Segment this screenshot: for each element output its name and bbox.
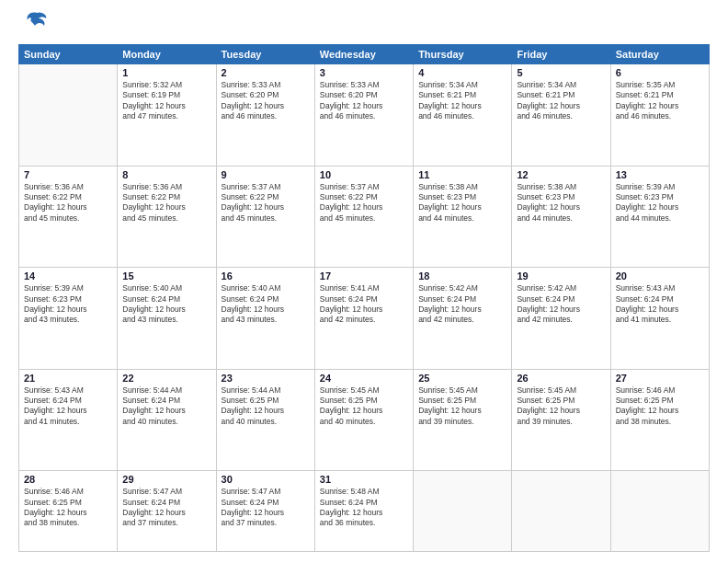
calendar-table: SundayMondayTuesdayWednesdayThursdayFrid… bbox=[18, 44, 710, 552]
day-number: 10 bbox=[320, 169, 408, 180]
day-info: Sunrise: 5:48 AM Sunset: 6:24 PM Dayligh… bbox=[320, 487, 408, 529]
calendar-cell: 22Sunrise: 5:44 AM Sunset: 6:24 PM Dayli… bbox=[118, 369, 216, 471]
day-info: Sunrise: 5:46 AM Sunset: 6:25 PM Dayligh… bbox=[24, 487, 112, 529]
calendar-cell: 15Sunrise: 5:40 AM Sunset: 6:24 PM Dayli… bbox=[118, 268, 216, 370]
calendar-cell: 4Sunrise: 5:34 AM Sunset: 6:21 PM Daylig… bbox=[414, 64, 512, 167]
day-number: 11 bbox=[418, 169, 506, 180]
day-number: 14 bbox=[24, 270, 112, 282]
weekday-header-thursday: Thursday bbox=[414, 45, 512, 64]
calendar-cell: 12Sunrise: 5:38 AM Sunset: 6:23 PM Dayli… bbox=[512, 166, 610, 268]
day-number: 30 bbox=[222, 474, 310, 485]
day-number: 3 bbox=[320, 67, 408, 78]
calendar-cell: 25Sunrise: 5:45 AM Sunset: 6:25 PM Dayli… bbox=[414, 369, 512, 471]
day-info: Sunrise: 5:42 AM Sunset: 6:24 PM Dayligh… bbox=[517, 283, 605, 326]
calendar-cell: 10Sunrise: 5:37 AM Sunset: 6:22 PM Dayli… bbox=[314, 166, 413, 268]
calendar-cell: 19Sunrise: 5:42 AM Sunset: 6:24 PM Dayli… bbox=[512, 268, 610, 370]
calendar-cell bbox=[414, 471, 512, 552]
day-number: 19 bbox=[517, 270, 605, 282]
calendar-cell: 30Sunrise: 5:47 AM Sunset: 6:24 PM Dayli… bbox=[216, 471, 314, 552]
calendar-cell: 16Sunrise: 5:40 AM Sunset: 6:24 PM Dayli… bbox=[216, 268, 314, 370]
calendar-cell: 28Sunrise: 5:46 AM Sunset: 6:25 PM Dayli… bbox=[19, 471, 118, 552]
day-info: Sunrise: 5:34 AM Sunset: 6:21 PM Dayligh… bbox=[517, 80, 605, 122]
day-number: 2 bbox=[222, 67, 310, 78]
day-info: Sunrise: 5:36 AM Sunset: 6:22 PM Dayligh… bbox=[122, 182, 210, 224]
weekday-header-row: SundayMondayTuesdayWednesdayThursdayFrid… bbox=[19, 45, 710, 64]
day-info: Sunrise: 5:47 AM Sunset: 6:24 PM Dayligh… bbox=[122, 487, 210, 529]
calendar-cell: 1Sunrise: 5:32 AM Sunset: 6:19 PM Daylig… bbox=[118, 64, 216, 167]
day-info: Sunrise: 5:39 AM Sunset: 6:23 PM Dayligh… bbox=[24, 283, 112, 326]
weekday-header-tuesday: Tuesday bbox=[216, 45, 314, 64]
calendar-cell: 29Sunrise: 5:47 AM Sunset: 6:24 PM Dayli… bbox=[118, 471, 216, 552]
day-number: 28 bbox=[24, 474, 112, 485]
weekday-header-wednesday: Wednesday bbox=[314, 45, 413, 64]
day-number: 26 bbox=[517, 373, 605, 384]
day-info: Sunrise: 5:34 AM Sunset: 6:21 PM Dayligh… bbox=[418, 80, 506, 122]
day-number: 25 bbox=[418, 373, 506, 384]
weekday-header-saturday: Saturday bbox=[610, 45, 709, 64]
day-info: Sunrise: 5:33 AM Sunset: 6:20 PM Dayligh… bbox=[222, 80, 310, 122]
week-row-1: 1Sunrise: 5:32 AM Sunset: 6:19 PM Daylig… bbox=[19, 64, 710, 167]
day-number: 16 bbox=[222, 270, 310, 282]
day-info: Sunrise: 5:33 AM Sunset: 6:20 PM Dayligh… bbox=[320, 80, 408, 122]
logo bbox=[18, 17, 50, 35]
day-info: Sunrise: 5:37 AM Sunset: 6:22 PM Dayligh… bbox=[222, 182, 310, 224]
calendar-cell: 6Sunrise: 5:35 AM Sunset: 6:21 PM Daylig… bbox=[610, 64, 709, 167]
day-number: 24 bbox=[320, 373, 408, 384]
day-info: Sunrise: 5:39 AM Sunset: 6:23 PM Dayligh… bbox=[616, 182, 704, 224]
day-number: 27 bbox=[616, 373, 704, 384]
calendar-cell: 31Sunrise: 5:48 AM Sunset: 6:24 PM Dayli… bbox=[314, 471, 413, 552]
day-info: Sunrise: 5:41 AM Sunset: 6:24 PM Dayligh… bbox=[320, 283, 408, 326]
day-number: 17 bbox=[320, 270, 408, 282]
day-info: Sunrise: 5:35 AM Sunset: 6:21 PM Dayligh… bbox=[616, 80, 704, 122]
day-info: Sunrise: 5:45 AM Sunset: 6:25 PM Dayligh… bbox=[517, 385, 605, 428]
calendar-cell bbox=[610, 471, 709, 552]
day-info: Sunrise: 5:44 AM Sunset: 6:24 PM Dayligh… bbox=[122, 385, 210, 428]
page-header bbox=[18, 17, 710, 35]
calendar-cell: 23Sunrise: 5:44 AM Sunset: 6:25 PM Dayli… bbox=[216, 369, 314, 471]
calendar-cell: 13Sunrise: 5:39 AM Sunset: 6:23 PM Dayli… bbox=[610, 166, 709, 268]
week-row-5: 28Sunrise: 5:46 AM Sunset: 6:25 PM Dayli… bbox=[19, 471, 710, 552]
day-number: 29 bbox=[122, 474, 210, 485]
calendar-cell: 7Sunrise: 5:36 AM Sunset: 6:22 PM Daylig… bbox=[19, 166, 118, 268]
calendar-cell: 9Sunrise: 5:37 AM Sunset: 6:22 PM Daylig… bbox=[216, 166, 314, 268]
calendar-cell: 3Sunrise: 5:33 AM Sunset: 6:20 PM Daylig… bbox=[314, 64, 413, 167]
day-info: Sunrise: 5:38 AM Sunset: 6:23 PM Dayligh… bbox=[418, 182, 506, 224]
weekday-header-sunday: Sunday bbox=[19, 45, 118, 64]
calendar-page: SundayMondayTuesdayWednesdayThursdayFrid… bbox=[0, 0, 728, 563]
calendar-cell: 18Sunrise: 5:42 AM Sunset: 6:24 PM Dayli… bbox=[414, 268, 512, 370]
day-info: Sunrise: 5:44 AM Sunset: 6:25 PM Dayligh… bbox=[222, 385, 310, 428]
day-number: 1 bbox=[122, 67, 210, 78]
day-info: Sunrise: 5:37 AM Sunset: 6:22 PM Dayligh… bbox=[320, 182, 408, 224]
day-number: 13 bbox=[616, 169, 704, 180]
day-number: 20 bbox=[616, 270, 704, 282]
day-info: Sunrise: 5:36 AM Sunset: 6:22 PM Dayligh… bbox=[24, 182, 112, 224]
weekday-header-friday: Friday bbox=[512, 45, 610, 64]
day-number: 8 bbox=[122, 169, 210, 180]
day-info: Sunrise: 5:43 AM Sunset: 6:24 PM Dayligh… bbox=[616, 283, 704, 326]
day-info: Sunrise: 5:45 AM Sunset: 6:25 PM Dayligh… bbox=[418, 385, 506, 428]
day-number: 7 bbox=[24, 169, 112, 180]
calendar-cell bbox=[512, 471, 610, 552]
day-info: Sunrise: 5:42 AM Sunset: 6:24 PM Dayligh… bbox=[418, 283, 506, 326]
week-row-2: 7Sunrise: 5:36 AM Sunset: 6:22 PM Daylig… bbox=[19, 166, 710, 268]
calendar-cell: 20Sunrise: 5:43 AM Sunset: 6:24 PM Dayli… bbox=[610, 268, 709, 370]
day-number: 23 bbox=[222, 373, 310, 384]
calendar-cell: 17Sunrise: 5:41 AM Sunset: 6:24 PM Dayli… bbox=[314, 268, 413, 370]
calendar-cell: 11Sunrise: 5:38 AM Sunset: 6:23 PM Dayli… bbox=[414, 166, 512, 268]
day-info: Sunrise: 5:40 AM Sunset: 6:24 PM Dayligh… bbox=[122, 283, 210, 326]
day-number: 18 bbox=[418, 270, 506, 282]
day-info: Sunrise: 5:40 AM Sunset: 6:24 PM Dayligh… bbox=[222, 283, 310, 326]
day-number: 21 bbox=[24, 373, 112, 384]
day-info: Sunrise: 5:32 AM Sunset: 6:19 PM Dayligh… bbox=[122, 80, 210, 122]
day-number: 12 bbox=[517, 169, 605, 180]
calendar-cell: 21Sunrise: 5:43 AM Sunset: 6:24 PM Dayli… bbox=[19, 369, 118, 471]
day-number: 15 bbox=[122, 270, 210, 282]
day-info: Sunrise: 5:45 AM Sunset: 6:25 PM Dayligh… bbox=[320, 385, 408, 428]
calendar-cell bbox=[19, 64, 118, 167]
day-info: Sunrise: 5:46 AM Sunset: 6:25 PM Dayligh… bbox=[616, 385, 704, 428]
week-row-4: 21Sunrise: 5:43 AM Sunset: 6:24 PM Dayli… bbox=[19, 369, 710, 471]
calendar-cell: 5Sunrise: 5:34 AM Sunset: 6:21 PM Daylig… bbox=[512, 64, 610, 167]
week-row-3: 14Sunrise: 5:39 AM Sunset: 6:23 PM Dayli… bbox=[19, 268, 710, 370]
calendar-cell: 8Sunrise: 5:36 AM Sunset: 6:22 PM Daylig… bbox=[118, 166, 216, 268]
calendar-cell: 2Sunrise: 5:33 AM Sunset: 6:20 PM Daylig… bbox=[216, 64, 314, 167]
